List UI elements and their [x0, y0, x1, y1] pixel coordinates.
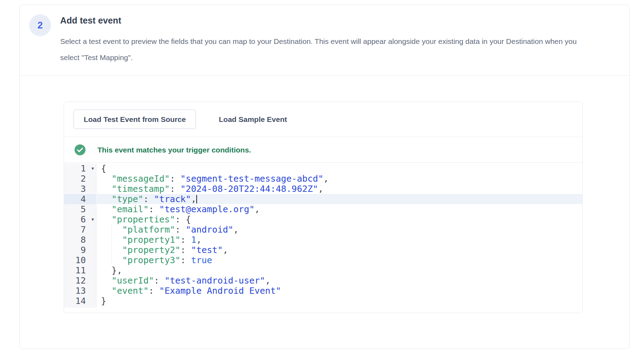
event-source-toolbar: Load Test Event from Source Load Sample …: [64, 102, 582, 137]
code-token: "test-android-user": [165, 275, 265, 286]
code-line[interactable]: "platform": "android",: [97, 225, 582, 235]
code-token: :: [170, 184, 180, 194]
load-test-event-button[interactable]: Load Test Event from Source: [74, 110, 196, 129]
step-number: 2: [37, 20, 43, 31]
code-token: [101, 184, 112, 194]
line-number: 14: [64, 296, 96, 306]
code-token: :: [175, 225, 186, 235]
code-token: "platform": [122, 225, 175, 235]
gutter-line: 2: [64, 174, 96, 184]
code-line[interactable]: "property2": "test",: [97, 245, 582, 255]
gutter-line: 13: [64, 286, 96, 296]
line-number: 5: [64, 204, 96, 214]
line-number: 9: [64, 245, 96, 255]
code-token: "properties": [112, 214, 175, 225]
gutter-line: 6▾: [64, 214, 96, 225]
code-token: "email": [112, 204, 148, 214]
code-token: ,: [255, 204, 260, 214]
fold-arrow-icon[interactable]: ▾: [91, 214, 94, 225]
code-token: "test@example.org": [159, 204, 255, 214]
code-token: ,: [265, 275, 271, 286]
page-title: Add test event: [60, 15, 121, 26]
code-token: :: [154, 275, 165, 286]
code-token: "type": [112, 194, 143, 204]
code-token: ,: [191, 194, 196, 204]
gutter-line: 10: [64, 255, 96, 265]
add-test-event-card: 2 Add test event Select a test event to …: [19, 5, 630, 349]
code-token: true: [191, 255, 212, 265]
code-token: :: [180, 245, 191, 255]
code-token: "userId": [112, 275, 154, 286]
gutter-line: 12: [64, 275, 96, 286]
code-token: :: [170, 174, 180, 184]
gutter-line: 11: [64, 265, 96, 275]
code-token: ,: [223, 245, 228, 255]
line-number: 12: [64, 275, 96, 286]
code-token: ,: [318, 184, 323, 194]
gutter-line: 4: [64, 194, 96, 204]
code-token: :: [180, 235, 191, 245]
code-line[interactable]: "timestamp": "2024-08-20T22:44:48.962Z",: [97, 184, 582, 194]
line-number: 4: [64, 194, 96, 204]
line-number: 2: [64, 174, 96, 184]
text-cursor: [196, 195, 197, 203]
code-token: [101, 286, 112, 296]
gutter-line: 5: [64, 204, 96, 214]
check-circle-icon: [75, 144, 85, 155]
code-token: "property2": [122, 245, 180, 255]
line-number: 7: [64, 225, 96, 235]
code-token: },: [101, 265, 122, 275]
code-token: }: [101, 296, 106, 306]
code-token: :: [143, 194, 154, 204]
code-token: "test": [191, 245, 223, 255]
code-token: 1: [191, 235, 196, 245]
editor-gutter: 1▾23456▾7891011121314: [64, 163, 96, 308]
code-line[interactable]: "type": "track",: [97, 194, 582, 204]
code-token: "segment-test-message-abcd": [180, 174, 323, 184]
gutter-line: 14: [64, 296, 96, 306]
indent-guide: [112, 225, 112, 265]
code-line[interactable]: "property1": 1,: [97, 235, 582, 245]
code-token: : {: [175, 214, 191, 225]
code-line[interactable]: },: [97, 265, 582, 275]
step-number-badge: 2: [29, 14, 51, 36]
code-token: :: [180, 255, 191, 265]
code-line[interactable]: "property3": true: [97, 255, 582, 265]
code-token: ,: [323, 174, 329, 184]
line-number: 3: [64, 184, 96, 194]
test-event-panel: Load Test Event from Source Load Sample …: [64, 102, 583, 313]
load-sample-event-button[interactable]: Load Sample Event: [219, 110, 287, 129]
code-token: :: [148, 204, 159, 214]
line-number: 11: [64, 265, 96, 275]
code-token: "2024-08-20T22:44:48.962Z": [180, 184, 318, 194]
code-line[interactable]: "email": "test@example.org",: [97, 204, 582, 214]
code-line[interactable]: {: [97, 163, 582, 174]
line-number: 10: [64, 255, 96, 265]
code-token: "track": [154, 194, 191, 204]
code-token: [101, 204, 112, 214]
gutter-line: 1▾: [64, 163, 96, 174]
gutter-line: 3: [64, 184, 96, 194]
line-number: 8: [64, 235, 96, 245]
code-token: "event": [112, 286, 148, 296]
code-token: "timestamp": [112, 184, 170, 194]
code-token: ,: [233, 225, 239, 235]
gutter-line: 9: [64, 245, 96, 255]
code-token: "messageId": [112, 174, 170, 184]
code-line[interactable]: "properties": {: [97, 214, 582, 225]
code-token: [101, 194, 112, 204]
step-description: Select a test event to preview the field…: [60, 33, 577, 66]
code-line[interactable]: "event": "Example Android Event": [97, 286, 582, 296]
code-token: "android": [186, 225, 233, 235]
code-line[interactable]: "userId": "test-android-user",: [97, 275, 582, 286]
code-line[interactable]: }: [97, 296, 582, 306]
json-code-editor[interactable]: 1▾23456▾7891011121314 { "messageId": "se…: [64, 163, 582, 313]
status-message: This event matches your trigger conditio…: [97, 137, 251, 163]
gutter-line: 7: [64, 225, 96, 235]
code-token: :: [148, 286, 159, 296]
header-divider: [20, 76, 629, 76]
code-token: ,: [196, 235, 202, 245]
code-line[interactable]: "messageId": "segment-test-message-abcd"…: [97, 174, 582, 184]
fold-arrow-icon[interactable]: ▾: [91, 163, 94, 174]
code-token: {: [101, 163, 106, 174]
